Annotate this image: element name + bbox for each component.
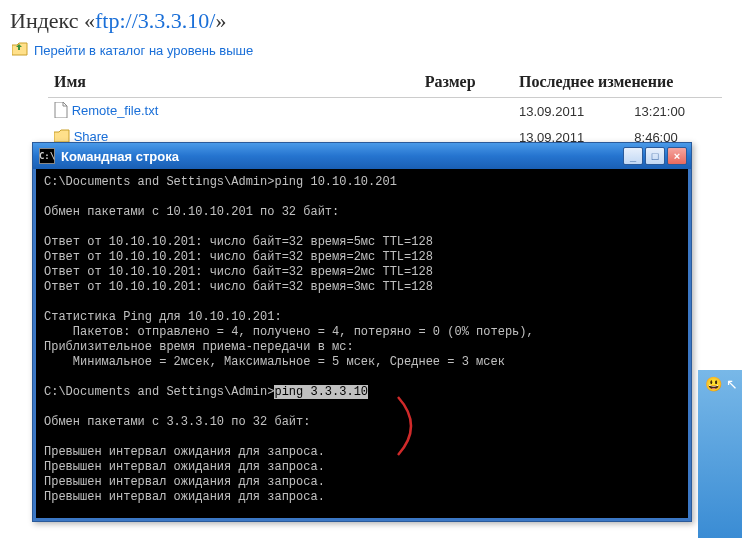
file-size bbox=[419, 98, 513, 126]
terminal-output[interactable]: C:\Documents and Settings\Admin>ping 10.… bbox=[33, 169, 691, 521]
folder-up-icon bbox=[12, 42, 28, 59]
emoji-icon[interactable]: 😃 bbox=[705, 376, 722, 392]
col-modified[interactable]: Последнее изменение bbox=[513, 69, 722, 98]
tray-icons: 😃 ↖ bbox=[705, 376, 738, 392]
cursor-icon[interactable]: ↖ bbox=[726, 376, 738, 392]
file-date: 13.09.2011 bbox=[513, 98, 628, 126]
titlebar[interactable]: C:\ Командная строка _ □ × bbox=[33, 143, 691, 169]
index-prefix: Индекс « bbox=[10, 8, 95, 33]
up-directory-label: Перейти в каталог на уровень выше bbox=[34, 43, 253, 58]
col-size[interactable]: Размер bbox=[419, 69, 513, 98]
window-title: Командная строка bbox=[61, 149, 623, 164]
maximize-button[interactable]: □ bbox=[645, 147, 665, 165]
file-time: 13:21:00 bbox=[628, 98, 722, 126]
annotation-arc-icon bbox=[394, 395, 430, 457]
file-name: Remote_file.txt bbox=[72, 103, 159, 118]
page-title: Индекс «ftp://3.3.3.10/» bbox=[0, 0, 742, 38]
cmd-icon: C:\ bbox=[39, 148, 55, 164]
up-directory-link[interactable]: Перейти в каталог на уровень выше bbox=[0, 38, 742, 69]
index-suffix: » bbox=[215, 8, 226, 33]
table-row[interactable]: Remote_file.txt13.09.201113:21:00 bbox=[48, 98, 722, 126]
minimize-button[interactable]: _ bbox=[623, 147, 643, 165]
file-listing-table: Имя Размер Последнее изменение Remote_fi… bbox=[48, 69, 722, 150]
command-prompt-window[interactable]: C:\ Командная строка _ □ × C:\Documents … bbox=[32, 142, 692, 522]
index-url[interactable]: ftp://3.3.3.10/ bbox=[95, 8, 215, 33]
file-icon bbox=[54, 102, 68, 121]
close-button[interactable]: × bbox=[667, 147, 687, 165]
desktop-background-strip bbox=[698, 370, 742, 538]
col-name[interactable]: Имя bbox=[48, 69, 419, 98]
